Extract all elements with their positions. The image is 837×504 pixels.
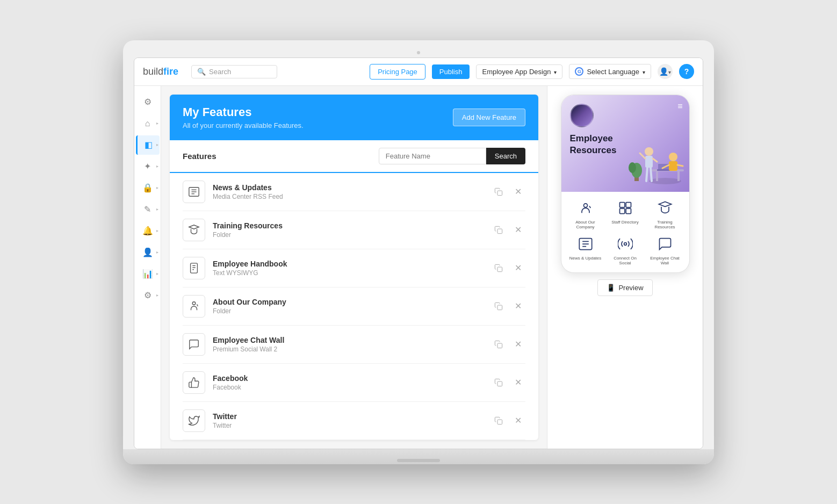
svg-rect-13: [497, 343, 502, 348]
delete-button-company[interactable]: ✕: [510, 299, 525, 314]
sidebar-item-edit[interactable]: ✎ ▸: [136, 200, 160, 219]
google-icon: G: [575, 67, 583, 76]
preview-label: Preview: [618, 284, 643, 292]
navbar: buildfire 🔍 Search Pricing Page Publish …: [134, 58, 703, 86]
phone-logo-ball: [570, 104, 594, 127]
app-design-label: Employee App Design: [482, 68, 551, 76]
add-feature-button[interactable]: Add New Feature: [453, 109, 525, 126]
svg-rect-5: [497, 229, 502, 234]
svg-line-29: [653, 159, 657, 162]
edit-icon: ✎: [144, 204, 151, 214]
copy-button-handbook[interactable]: [491, 261, 506, 276]
phone-nav-grid: About Our Company St: [561, 192, 689, 272]
phone-nav-item-staff: Staff Directory: [608, 198, 643, 230]
language-selector[interactable]: G Select Language: [569, 64, 651, 79]
main-layout: ⚙ ⌂ ▸ ◧ ▸ ✦ ▸ 🔒 ▸ ✎: [134, 86, 703, 449]
search-label: Search: [209, 68, 231, 76]
phone-nav-icon-training: [655, 198, 675, 218]
svg-rect-12: [497, 305, 502, 310]
content-area: My Features All of your currently availa…: [161, 86, 547, 449]
features-chevron: ▸: [156, 142, 158, 147]
sidebar-item-lock[interactable]: 🔒 ▸: [136, 178, 160, 198]
feature-type-chat: Premium Social Wall 2: [213, 345, 484, 353]
app-design-chevron: [554, 68, 557, 76]
preview-button[interactable]: 📱 Preview: [597, 279, 652, 296]
feature-type-handbook: Text WYSIWYG: [213, 269, 484, 277]
features-header: My Features All of your currently availa…: [170, 95, 538, 140]
sidebar: ⚙ ⌂ ▸ ◧ ▸ ✦ ▸ 🔒 ▸ ✎: [134, 86, 161, 449]
feature-type-facebook: Facebook: [213, 384, 484, 391]
feature-type-training: Folder: [213, 231, 484, 239]
phone-nav-label-chat: Employee Chat Wall: [647, 256, 683, 266]
feature-icon-twitter: [183, 409, 205, 432]
logo: buildfire: [143, 66, 178, 77]
home-icon: ⌂: [145, 119, 150, 128]
features-subtitle: All of your currently available Features…: [183, 121, 304, 129]
search-bar[interactable]: 🔍 Search: [191, 65, 277, 78]
user-icon: 👤: [659, 67, 668, 76]
svg-rect-38: [619, 208, 624, 213]
feature-name-company: About Our Company: [213, 298, 484, 306]
features-icon: ◧: [145, 140, 153, 150]
phone-nav-icon-chat: [655, 234, 675, 254]
features-panel: My Features All of your currently availa…: [170, 95, 538, 440]
help-button[interactable]: ?: [679, 64, 694, 79]
feature-icon-facebook: [183, 371, 205, 394]
features-title: My Features: [183, 105, 304, 119]
feature-icon-company: [183, 295, 205, 318]
sidebar-item-user[interactable]: 👤 ▸: [136, 243, 160, 262]
phone-nav-label-company: About Our Company: [568, 220, 603, 230]
svg-line-31: [651, 168, 652, 181]
svg-rect-4: [497, 191, 502, 196]
phone-nav-item-social: Connect On Social: [608, 234, 643, 266]
delete-button-handbook[interactable]: ✕: [510, 261, 525, 276]
feature-actions-chat: ✕: [491, 337, 525, 352]
sidebar-item-settings[interactable]: ⚙: [136, 92, 160, 112]
pricing-page-button[interactable]: Pricing Page: [370, 64, 425, 80]
copy-button-news[interactable]: [491, 184, 506, 199]
feature-info-company: About Our Company Folder: [213, 298, 484, 315]
phone-nav-item-chat: Employee Chat Wall: [647, 234, 683, 266]
feature-search-button[interactable]: Search: [486, 148, 525, 164]
delete-button-twitter[interactable]: ✕: [510, 413, 525, 428]
publish-button[interactable]: Publish: [432, 64, 470, 79]
delete-button-training[interactable]: ✕: [510, 222, 525, 237]
copy-button-twitter[interactable]: [491, 413, 506, 428]
sidebar-item-bell[interactable]: 🔔 ▸: [136, 221, 160, 241]
phone-nav-label-news: News & Updates: [569, 256, 602, 261]
delete-button-facebook[interactable]: ✕: [510, 375, 525, 390]
feature-icon-handbook: [183, 257, 205, 279]
svg-rect-39: [626, 208, 631, 213]
svg-rect-15: [497, 420, 502, 424]
phone-nav-icon-staff: [616, 198, 635, 218]
search-icon: 🔍: [197, 68, 206, 76]
camera-dot: [417, 51, 420, 54]
copy-button-company[interactable]: [491, 299, 506, 314]
sidebar-item-design[interactable]: ✦ ▸: [136, 157, 160, 176]
home-chevron: ▸: [156, 121, 158, 126]
phone-nav-icon-social: [616, 234, 635, 254]
svg-point-26: [645, 147, 653, 156]
app-design-selector[interactable]: Employee App Design: [476, 64, 562, 79]
feature-search-input[interactable]: [379, 148, 486, 164]
delete-button-chat[interactable]: ✕: [510, 337, 525, 352]
sidebar-item-chart[interactable]: 📊 ▸: [136, 264, 160, 284]
language-label: Select Language: [587, 68, 639, 76]
feature-info-twitter: Twitter Twitter: [213, 412, 484, 429]
feature-item-chat: Employee Chat Wall Premium Social Wall 2: [183, 326, 525, 364]
phone-illustration: [619, 122, 689, 192]
sidebar-item-features[interactable]: ◧ ▸: [136, 135, 160, 155]
copy-button-chat[interactable]: [491, 337, 506, 352]
lock-chevron: ▸: [156, 185, 158, 190]
sidebar-item-gear[interactable]: ⚙ ▸: [136, 286, 160, 305]
feature-info-news: News & Updates Media Center RSS Feed: [213, 183, 484, 200]
copy-button-facebook[interactable]: [491, 375, 506, 390]
copy-button-training[interactable]: [491, 222, 506, 237]
delete-button-news[interactable]: ✕: [510, 184, 525, 199]
svg-rect-36: [619, 202, 624, 207]
user-avatar[interactable]: 👤: [658, 64, 673, 79]
phone-nav-item-news: News & Updates: [568, 234, 603, 266]
feature-item-company: About Our Company Folder: [183, 287, 525, 326]
sidebar-item-home[interactable]: ⌂ ▸: [136, 114, 160, 133]
feature-type-twitter: Twitter: [213, 422, 484, 429]
